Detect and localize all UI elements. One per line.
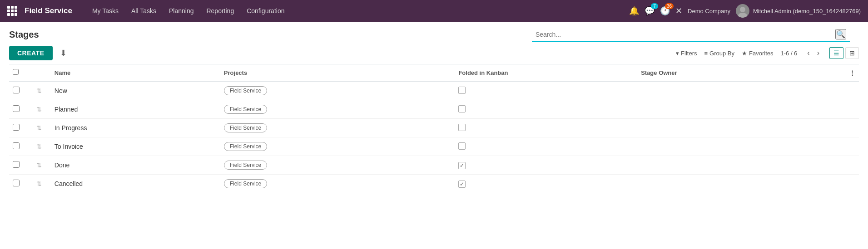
- row-name[interactable]: Cancelled: [51, 175, 220, 193]
- row-checkbox[interactable]: [13, 105, 20, 112]
- project-tag[interactable]: Field Service: [224, 86, 267, 95]
- folded-checkbox[interactable]: [458, 87, 466, 94]
- row-name[interactable]: Planned: [51, 100, 220, 119]
- menu-item-planning[interactable]: Planning: [164, 5, 199, 17]
- search-input[interactable]: [536, 31, 835, 38]
- drag-handle-icon[interactable]: ⇅: [36, 106, 42, 113]
- table-header-row: Name Projects Folded in Kanban Stage Own…: [9, 64, 859, 82]
- app-grid-icon[interactable]: [7, 6, 17, 16]
- top-menu: My Tasks All Tasks Planning Reporting Co…: [87, 5, 625, 17]
- row-name[interactable]: In Progress: [51, 119, 220, 137]
- list-view-button[interactable]: ☰: [829, 47, 843, 59]
- folded-checkbox[interactable]: [458, 142, 466, 150]
- page-header: Stages 🔍: [0, 22, 868, 42]
- pagination-info: 1-6 / 6: [780, 50, 797, 57]
- col-header-folded[interactable]: Folded in Kanban: [455, 64, 637, 82]
- view-toggle: ☰ ⊞: [829, 47, 859, 59]
- row-name[interactable]: To Invoice: [51, 137, 220, 156]
- table-container: Name Projects Folded in Kanban Stage Own…: [0, 64, 868, 193]
- check-mark: ✓: [460, 162, 464, 169]
- menu-item-my-tasks[interactable]: My Tasks: [87, 5, 124, 17]
- row-folded: ✓: [455, 175, 637, 193]
- row-name[interactable]: New: [51, 81, 220, 100]
- project-tag[interactable]: Field Service: [224, 161, 267, 170]
- project-tag[interactable]: Field Service: [224, 142, 267, 151]
- row-more[interactable]: [833, 175, 859, 193]
- prev-page-button[interactable]: ‹: [804, 48, 812, 58]
- stages-table: Name Projects Folded in Kanban Stage Own…: [9, 64, 859, 193]
- drag-handle-cell[interactable]: ⇅: [33, 81, 51, 100]
- row-checkbox-cell[interactable]: [9, 156, 33, 175]
- topnav-right: 🔔 💬 7 🕐 36 ✕ Demo Company Mitchell Admin…: [629, 4, 861, 18]
- search-button[interactable]: 🔍: [835, 29, 846, 39]
- row-checkbox[interactable]: [13, 87, 20, 93]
- row-checkbox-cell[interactable]: [9, 119, 33, 137]
- top-navigation: Field Service My Tasks All Tasks Plannin…: [0, 0, 868, 22]
- row-owner: [637, 137, 833, 156]
- tools-button[interactable]: ✕: [675, 6, 682, 16]
- drag-handle-cell[interactable]: ⇅: [33, 156, 51, 175]
- drag-handle-icon[interactable]: ⇅: [36, 143, 42, 150]
- drag-handle-icon[interactable]: ⇅: [36, 124, 42, 132]
- drag-handle-icon[interactable]: ⇅: [36, 180, 42, 187]
- row-more[interactable]: [833, 156, 859, 175]
- row-checkbox-cell[interactable]: [9, 175, 33, 193]
- drag-handle-cell[interactable]: ⇅: [33, 175, 51, 193]
- row-checkbox-cell[interactable]: [9, 100, 33, 119]
- project-tag[interactable]: Field Service: [224, 179, 267, 188]
- drag-handle-cell[interactable]: ⇅: [33, 119, 51, 137]
- row-checkbox-cell[interactable]: [9, 81, 33, 100]
- row-more[interactable]: [833, 137, 859, 156]
- project-tag[interactable]: Field Service: [224, 105, 267, 114]
- create-button[interactable]: CREATE: [9, 46, 53, 60]
- row-checkbox[interactable]: [13, 124, 20, 131]
- row-name[interactable]: Done: [51, 156, 220, 175]
- kanban-view-button[interactable]: ⊞: [845, 47, 859, 59]
- user-name: Mitchell Admin (demo_150_1642482769): [753, 8, 861, 15]
- project-tag[interactable]: Field Service: [224, 123, 267, 132]
- row-folded: [455, 119, 637, 137]
- chat-button[interactable]: 💬 7: [645, 6, 655, 16]
- drag-handle-cell[interactable]: ⇅: [33, 100, 51, 119]
- groupby-button[interactable]: ≡ Group By: [704, 50, 735, 57]
- row-checkbox[interactable]: [13, 180, 20, 186]
- folded-checkbox[interactable]: [458, 105, 466, 112]
- star-icon: ★: [742, 50, 747, 57]
- col-header-projects[interactable]: Projects: [220, 64, 455, 82]
- row-checkbox[interactable]: [13, 142, 20, 149]
- svg-point-0: [740, 7, 745, 12]
- row-more[interactable]: [833, 100, 859, 119]
- select-all-checkbox[interactable]: [13, 69, 19, 75]
- menu-item-reporting[interactable]: Reporting: [201, 5, 239, 17]
- folded-checkbox[interactable]: [458, 124, 466, 131]
- row-folded: ✓: [455, 156, 637, 175]
- folded-checkbox[interactable]: ✓: [458, 181, 466, 188]
- row-projects: Field Service: [220, 100, 455, 119]
- folded-checkbox[interactable]: ✓: [458, 162, 466, 169]
- favorites-button[interactable]: ★ Favorites: [742, 50, 773, 57]
- row-owner: [637, 81, 833, 100]
- col-header-more[interactable]: ⋮: [833, 64, 859, 82]
- row-checkbox-cell[interactable]: [9, 137, 33, 156]
- more-options-icon: ⋮: [849, 69, 855, 76]
- notification-button[interactable]: 🔔: [629, 6, 639, 16]
- next-page-button[interactable]: ›: [814, 48, 822, 58]
- menu-item-configuration[interactable]: Configuration: [241, 5, 290, 17]
- drag-handle-cell[interactable]: ⇅: [33, 137, 51, 156]
- table-row: ⇅ To Invoice Field Service: [9, 137, 859, 156]
- avatar: [736, 4, 749, 18]
- row-more[interactable]: [833, 81, 859, 100]
- filters-button[interactable]: ▾ Filters: [676, 50, 697, 57]
- row-more[interactable]: [833, 119, 859, 137]
- user-menu[interactable]: Mitchell Admin (demo_150_1642482769): [736, 4, 861, 18]
- menu-item-all-tasks[interactable]: All Tasks: [126, 5, 162, 17]
- col-header-name[interactable]: Name: [51, 64, 220, 82]
- header-select-all[interactable]: [9, 64, 33, 82]
- drag-handle-icon[interactable]: ⇅: [36, 161, 42, 169]
- row-projects: Field Service: [220, 175, 455, 193]
- col-header-owner[interactable]: Stage Owner: [637, 64, 833, 82]
- row-checkbox[interactable]: [13, 161, 20, 168]
- download-button[interactable]: ⬇: [56, 46, 70, 60]
- drag-handle-icon[interactable]: ⇅: [36, 87, 42, 94]
- clock-button[interactable]: 🕐 36: [660, 6, 670, 16]
